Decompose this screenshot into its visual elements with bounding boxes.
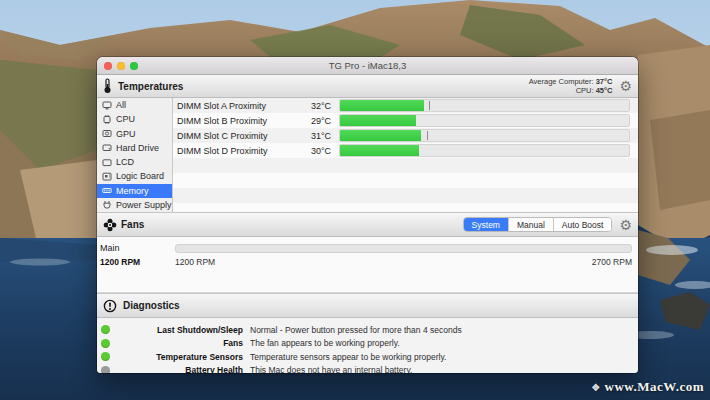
tg-pro-window: TG Pro - iMac18,3 Temperatures Average C… bbox=[97, 57, 638, 373]
average-computer-value: 37°C bbox=[596, 77, 613, 86]
temp-bar-fill bbox=[340, 145, 419, 156]
thermometer-icon bbox=[103, 78, 112, 94]
sidebar-item-logic-board[interactable]: Logic Board bbox=[97, 169, 172, 183]
fan-current-rpm: 1200 RPM bbox=[100, 257, 175, 267]
fan-icon bbox=[103, 218, 117, 232]
temperatures-body: AllCPUGPUHard DriveLCDLogic BoardMemoryP… bbox=[97, 98, 638, 212]
diagnostic-description: This Mac does not have an internal batte… bbox=[250, 365, 412, 373]
power-supply-icon bbox=[102, 200, 112, 209]
temp-bar bbox=[339, 99, 630, 112]
minimize-button[interactable] bbox=[117, 62, 125, 70]
zoom-button[interactable] bbox=[130, 62, 138, 70]
sensor-category-sidebar: AllCPUGPUHard DriveLCDLogic BoardMemoryP… bbox=[97, 98, 173, 212]
fans-body: Main 1200 RPM 1200 RPM 2700 RPM bbox=[97, 237, 638, 293]
fans-header: Fans SystemManualAuto Boost ⚙︎ bbox=[97, 212, 638, 237]
sensor-list: DIMM Slot A Proximity32°CDIMM Slot B Pro… bbox=[173, 98, 638, 212]
cpu-temp-value: 45°C bbox=[596, 86, 613, 95]
sensor-name: DIMM Slot D Proximity bbox=[177, 146, 305, 156]
diagnostic-row: Temperature SensorsTemperature sensors a… bbox=[97, 350, 638, 364]
sensor-name: DIMM Slot B Proximity bbox=[177, 116, 305, 126]
memory-icon bbox=[102, 186, 112, 195]
sidebar-item-hard-drive[interactable]: Hard Drive bbox=[97, 141, 172, 155]
watermark: ❖ www.MacW.com bbox=[591, 379, 704, 395]
hard-drive-icon bbox=[102, 143, 112, 152]
temperatures-header: Temperatures Average Computer: 37°C CPU:… bbox=[97, 75, 638, 98]
temperatures-title: Temperatures bbox=[118, 81, 183, 92]
desktop: TG Pro - iMac18,3 Temperatures Average C… bbox=[0, 0, 710, 400]
sensor-temp-value: 31°C bbox=[305, 131, 331, 141]
average-temps: Average Computer: 37°C CPU: 45°C bbox=[529, 77, 613, 95]
diagnostic-label: Temperature Sensors bbox=[110, 352, 243, 362]
sensor-row: DIMM Slot C Proximity31°C bbox=[173, 128, 638, 143]
sensor-name: DIMM Slot A Proximity bbox=[177, 101, 305, 111]
sensor-temp-value: 30°C bbox=[305, 146, 331, 156]
status-green-dot bbox=[101, 352, 110, 361]
sidebar-item-label: All bbox=[116, 100, 126, 110]
sidebar-item-label: Memory bbox=[116, 186, 149, 196]
diagnostics-title: Diagnostics bbox=[123, 300, 180, 311]
fan-mode-segmented-control: SystemManualAuto Boost bbox=[463, 217, 613, 232]
fan-max-rpm: 2700 RPM bbox=[592, 257, 632, 267]
sensor-temp-value: 32°C bbox=[305, 101, 331, 111]
temp-bar bbox=[339, 129, 630, 142]
fans-title: Fans bbox=[121, 219, 144, 230]
diagnostic-description: The fan appears to be working properly. bbox=[250, 338, 400, 348]
cpu-icon bbox=[102, 115, 112, 124]
diagnostic-row: Battery HealthThis Mac does not have an … bbox=[97, 364, 638, 374]
sidebar-item-cpu[interactable]: CPU bbox=[97, 112, 172, 126]
sensor-temp-value: 29°C bbox=[305, 116, 331, 126]
sidebar-item-label: Logic Board bbox=[116, 171, 164, 181]
computer-icon bbox=[102, 101, 112, 110]
diagnostic-row: Last Shutdown/SleepNormal - Power button… bbox=[97, 323, 638, 337]
watermark-logo-icon: ❖ bbox=[591, 382, 600, 393]
fan-min-rpm: 1200 RPM bbox=[175, 257, 215, 267]
sidebar-item-memory[interactable]: Memory bbox=[97, 184, 172, 198]
fans-gear-icon[interactable]: ⚙︎ bbox=[619, 218, 632, 232]
diagnostics-alert-icon bbox=[103, 299, 117, 313]
fan-mode-system[interactable]: System bbox=[464, 218, 509, 231]
sensor-row: DIMM Slot A Proximity32°C bbox=[173, 98, 638, 113]
sidebar-item-power-supply[interactable]: Power Supply bbox=[97, 198, 172, 212]
sidebar-item-label: Hard Drive bbox=[116, 143, 159, 153]
temp-bar bbox=[339, 114, 630, 127]
sensor-row: DIMM Slot B Proximity29°C bbox=[173, 113, 638, 128]
sidebar-item-all[interactable]: All bbox=[97, 98, 172, 112]
fan-mode-manual[interactable]: Manual bbox=[509, 218, 554, 231]
diagnostic-label: Fans bbox=[110, 338, 243, 348]
sidebar-item-lcd[interactable]: LCD bbox=[97, 155, 172, 169]
sidebar-item-gpu[interactable]: GPU bbox=[97, 127, 172, 141]
fan-mode-auto-boost[interactable]: Auto Boost bbox=[554, 218, 612, 231]
title-bar[interactable]: TG Pro - iMac18,3 bbox=[97, 57, 638, 75]
diagnostic-description: Temperature sensors appear to be working… bbox=[250, 352, 446, 362]
temp-bar-fill bbox=[340, 100, 424, 111]
gpu-icon bbox=[102, 129, 112, 138]
temp-bar-fill bbox=[340, 130, 421, 141]
temp-bar bbox=[339, 144, 630, 157]
sidebar-item-label: Power Supply bbox=[116, 200, 172, 210]
diagnostics-body: Last Shutdown/SleepNormal - Power button… bbox=[97, 318, 638, 373]
status-green-dot bbox=[101, 339, 110, 348]
temp-peak-tick bbox=[427, 131, 428, 140]
close-button[interactable] bbox=[104, 62, 112, 70]
logic-board-icon bbox=[102, 172, 112, 181]
fan-name-label: Main bbox=[100, 243, 175, 253]
diagnostic-row: FansThe fan appears to be working proper… bbox=[97, 337, 638, 351]
diagnostic-label: Battery Health bbox=[110, 365, 243, 373]
temp-peak-tick bbox=[429, 101, 430, 110]
temp-bar-fill bbox=[340, 115, 416, 126]
sidebar-item-label: GPU bbox=[116, 129, 136, 139]
diagnostics-header: Diagnostics bbox=[97, 293, 638, 318]
sensor-name: DIMM Slot C Proximity bbox=[177, 131, 305, 141]
lcd-icon bbox=[102, 158, 112, 167]
status-gray-dot bbox=[101, 366, 110, 373]
watermark-text: www.MacW.com bbox=[605, 379, 704, 395]
sidebar-item-label: CPU bbox=[116, 114, 135, 124]
sidebar-item-label: LCD bbox=[116, 157, 134, 167]
temperatures-gear-icon[interactable]: ⚙︎ bbox=[619, 79, 632, 93]
window-title: TG Pro - iMac18,3 bbox=[329, 60, 407, 71]
sensor-row: DIMM Slot D Proximity30°C bbox=[173, 143, 638, 158]
diagnostic-description: Normal - Power button pressed for more t… bbox=[250, 325, 462, 335]
fan-speed-slider[interactable] bbox=[175, 244, 632, 253]
diagnostic-label: Last Shutdown/Sleep bbox=[110, 325, 243, 335]
status-green-dot bbox=[101, 325, 110, 334]
